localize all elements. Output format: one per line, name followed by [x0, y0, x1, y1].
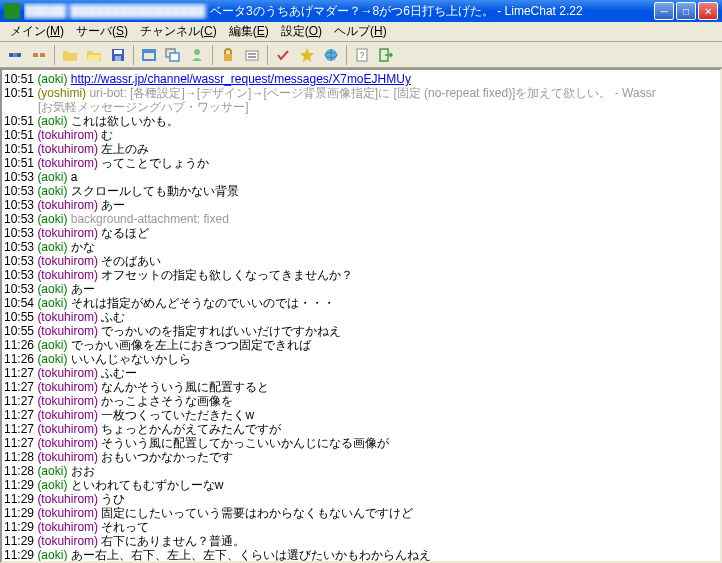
connect-button[interactable] [4, 44, 26, 66]
svg-rect-9 [143, 50, 155, 53]
chat-log[interactable]: 10:51 (aoki) http://wassr.jp/channel/was… [0, 68, 722, 563]
nickname: (tokuhirom) [37, 408, 98, 422]
menubar: メイン(M) サーバ(S) チャンネル(C) 編集(E) 設定(O) ヘルプ(H… [0, 22, 722, 42]
nickname: (aoki) [37, 170, 67, 184]
svg-point-12 [194, 49, 200, 55]
message-text: それって [101, 520, 149, 534]
chat-line: 11:26 (aoki) いいんじゃないかしら [4, 352, 718, 366]
nickname: (yoshimi) [37, 86, 86, 100]
message-text: uri-bot: [各種設定]→[デザイン]→[ページ背景画像指定]に [固定 … [89, 86, 655, 100]
folder-button[interactable] [59, 44, 81, 66]
timestamp: 11:28 [4, 464, 34, 478]
prefs-button[interactable] [241, 44, 263, 66]
timestamp: 10:53 [4, 254, 34, 268]
timestamp: 11:27 [4, 380, 34, 394]
chat-line: 10:51 (tokuhirom) 左上のみ [4, 142, 718, 156]
timestamp: 10:53 [4, 184, 34, 198]
nickname: (aoki) [37, 338, 67, 352]
nickname: (aoki) [37, 114, 67, 128]
star-button[interactable] [296, 44, 318, 66]
message-text: といわれてもむずかしーなw [71, 478, 224, 492]
svg-rect-14 [246, 51, 258, 60]
disconnect-button[interactable] [28, 44, 50, 66]
chat-line: 11:28 (aoki) おお [4, 464, 718, 478]
timestamp: 10:53 [4, 226, 34, 240]
nickname: (aoki) [37, 240, 67, 254]
timestamp: 10:51 [4, 128, 34, 142]
chat-line: 10:51 (tokuhirom) ってことでしょうか [4, 156, 718, 170]
svg-point-1 [9, 53, 13, 57]
windows-button[interactable] [162, 44, 184, 66]
toolbar-separator [54, 45, 55, 65]
svg-rect-13 [224, 54, 232, 61]
message-text: オフセットの指定も欲しくなってきませんか？ [101, 268, 353, 282]
message-text: かな [71, 240, 95, 254]
timestamp: 10:53 [4, 240, 34, 254]
exit-button[interactable] [375, 44, 397, 66]
maximize-button[interactable]: □ [676, 2, 696, 20]
minimize-button[interactable]: ─ [654, 2, 674, 20]
chat-line: 11:29 (tokuhirom) 固定にしたいっていう需要はわからなくもないん… [4, 506, 718, 520]
svg-text:?: ? [359, 50, 364, 60]
message-text: あー [71, 282, 95, 296]
chat-line: 10:53 (aoki) かな [4, 240, 718, 254]
menu-settings[interactable]: 設定(O) [275, 21, 328, 42]
window-titlebar: █████ ████████████████ベータ3のうちあげマダー？→8がつ6… [0, 0, 722, 22]
users-button[interactable] [186, 44, 208, 66]
timestamp: 10:53 [4, 268, 34, 282]
nickname: (aoki) [37, 212, 67, 226]
nickname: (tokuhirom) [37, 128, 98, 142]
lock-button[interactable] [217, 44, 239, 66]
nickname: (tokuhirom) [37, 226, 98, 240]
window-button[interactable] [138, 44, 160, 66]
message-text: background-attachment: fixed [71, 212, 229, 226]
nickname: (aoki) [37, 72, 67, 86]
chat-line: 11:29 (tokuhirom) それって [4, 520, 718, 534]
chat-line: 10:53 (aoki) a [4, 170, 718, 184]
folder-open-button[interactable] [83, 44, 105, 66]
timestamp: 10:51 [4, 86, 34, 100]
nickname: (tokuhirom) [37, 450, 98, 464]
message-text: なるほど [101, 226, 149, 240]
menu-help[interactable]: ヘルプ(H) [328, 21, 393, 42]
globe-button[interactable] [320, 44, 342, 66]
nickname: (tokuhirom) [37, 422, 98, 436]
menu-server[interactable]: サーバ(S) [70, 21, 134, 42]
message-text[interactable]: http://wassr.jp/channel/wassr_request/me… [71, 72, 411, 86]
save-button[interactable] [107, 44, 129, 66]
timestamp: 10:53 [4, 198, 34, 212]
nickname: (tokuhirom) [37, 380, 98, 394]
chat-line: 11:27 (tokuhirom) ちょっとかんがえてみたんですが [4, 422, 718, 436]
timestamp: 11:28 [4, 450, 34, 464]
timestamp: 10:51 [4, 72, 34, 86]
chat-line: 10:55 (tokuhirom) でっかいのを指定すればいいだけですかねえ [4, 324, 718, 338]
help-button[interactable]: ? [351, 44, 373, 66]
toolbar-separator [346, 45, 347, 65]
timestamp: 11:27 [4, 422, 34, 436]
message-text: スクロールしても動かない背景 [71, 184, 239, 198]
timestamp: 10:55 [4, 310, 34, 324]
menu-main[interactable]: メイン(M) [4, 21, 70, 42]
timestamp: 10:55 [4, 324, 34, 338]
nickname: (aoki) [37, 184, 67, 198]
nickname: (tokuhirom) [37, 366, 98, 380]
chat-line: 11:29 (aoki) といわれてもむずかしーなw [4, 478, 718, 492]
check-button[interactable] [272, 44, 294, 66]
nickname: (tokuhirom) [37, 506, 98, 520]
menu-channel[interactable]: チャンネル(C) [134, 21, 223, 42]
chat-line: 11:29 (aoki) あー右上、右下、左上、左下、くらいは選びたいかもわから… [4, 548, 718, 562]
message-text: でっかい画像を左上におきつつ固定できれば [71, 338, 311, 352]
chat-line: 10:51 (aoki) http://wassr.jp/channel/was… [4, 72, 718, 86]
chat-line: 11:27 (tokuhirom) ふむー [4, 366, 718, 380]
message-text: それは指定がめんどそうなのでいいのでは・・・ [71, 296, 335, 310]
nickname: (aoki) [37, 282, 67, 296]
svg-rect-7 [115, 56, 121, 61]
chat-line: 10:55 (tokuhirom) ふむ [4, 310, 718, 324]
close-button[interactable]: ✕ [698, 2, 718, 20]
nickname: (aoki) [37, 464, 67, 478]
message-text: 一枚つくっていただきたくw [101, 408, 254, 422]
menu-edit[interactable]: 編集(E) [223, 21, 275, 42]
message-text: ふむ [101, 310, 125, 324]
message-text: 右下にありません？普通。 [101, 534, 245, 548]
timestamp: 10:53 [4, 170, 34, 184]
